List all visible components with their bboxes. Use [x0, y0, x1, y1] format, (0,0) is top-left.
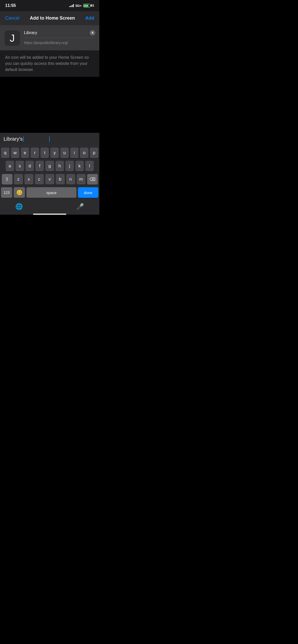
key-q[interactable]: q: [1, 148, 9, 158]
key-j[interactable]: j: [65, 161, 74, 171]
title-field-row: ✕: [24, 30, 95, 38]
title-input[interactable]: [24, 30, 90, 35]
home-bar: [33, 214, 66, 215]
shift-key[interactable]: ⇧: [2, 174, 12, 185]
key-f[interactable]: f: [35, 161, 44, 171]
home-indicator: [0, 212, 99, 215]
cancel-button[interactable]: Cancel: [5, 16, 19, 21]
key-c[interactable]: c: [35, 174, 44, 185]
clear-title-button[interactable]: ✕: [90, 30, 95, 36]
keyboard-row-1: q w e r t y u i o p: [1, 148, 98, 158]
key-e[interactable]: e: [21, 148, 29, 158]
key-o[interactable]: o: [80, 148, 88, 158]
keyboard-row-2: a s d f g h j k l: [1, 161, 98, 171]
key-t[interactable]: t: [40, 148, 49, 158]
key-w[interactable]: w: [11, 148, 19, 158]
key-n[interactable]: n: [66, 174, 75, 185]
key-k[interactable]: k: [75, 161, 84, 171]
key-a[interactable]: a: [6, 161, 14, 171]
keyboard: q w e r t y u i o p a s d f g h j k l ⇧ …: [0, 145, 99, 201]
content-card: J ✕ https://jaxpubliclibrary.org/: [0, 25, 99, 50]
shift-icon: ⇧: [5, 177, 9, 182]
clear-icon: ✕: [91, 31, 94, 34]
backspace-key[interactable]: ⌫: [87, 174, 98, 185]
app-icon: J: [4, 30, 20, 46]
key-b[interactable]: b: [56, 174, 65, 185]
key-l[interactable]: l: [85, 161, 94, 171]
key-r[interactable]: r: [31, 148, 39, 158]
mic-icon[interactable]: 🎤: [76, 203, 84, 210]
nav-bar: Cancel Add to Home Screen Add: [0, 11, 99, 25]
globe-icon[interactable]: 🌐: [15, 203, 23, 210]
emoji-key[interactable]: 😊: [14, 187, 25, 198]
typed-text: Library's: [4, 136, 23, 142]
key-u[interactable]: u: [60, 148, 69, 158]
text-cursor: [23, 136, 24, 142]
page-title: Add to Home Screen: [30, 16, 75, 21]
description-area: An icon will be added to your Home Scree…: [0, 50, 99, 77]
dark-area: [0, 77, 99, 133]
key-d[interactable]: d: [25, 161, 34, 171]
keyboard-row-3: ⇧ z x c v b n m ⌫: [1, 174, 98, 185]
app-icon-letter: J: [10, 33, 15, 43]
key-v[interactable]: v: [45, 174, 54, 185]
key-x[interactable]: x: [24, 174, 33, 185]
space-key[interactable]: space: [26, 187, 76, 198]
status-bar: 11:55 5G+ 81: [0, 0, 99, 11]
bottom-bar: 🌐 🎤: [0, 201, 99, 212]
key-y[interactable]: y: [50, 148, 59, 158]
cursor-end: [49, 136, 50, 142]
network-label: 5G+: [75, 4, 82, 8]
status-time: 11:55: [5, 3, 16, 8]
keyboard-text-display: Library's: [4, 136, 96, 142]
key-m[interactable]: m: [77, 174, 86, 185]
battery-icon: 81: [83, 4, 94, 7]
description-text: An icon will be added to your Home Scree…: [5, 54, 94, 73]
key-i[interactable]: i: [70, 148, 79, 158]
keyboard-row-bottom: 123 😊 space done: [1, 187, 98, 198]
fields-container: ✕ https://jaxpubliclibrary.org/: [24, 30, 95, 45]
numbers-key[interactable]: 123: [1, 187, 12, 198]
status-icons: 5G+ 81: [69, 4, 94, 8]
key-g[interactable]: g: [45, 161, 54, 171]
key-p[interactable]: p: [90, 148, 98, 158]
signal-bars-icon: [69, 4, 74, 7]
key-h[interactable]: h: [56, 161, 64, 171]
key-z[interactable]: z: [14, 174, 23, 185]
battery-percent: 81: [91, 4, 94, 7]
keyboard-input-area: Library's: [0, 133, 99, 145]
add-button[interactable]: Add: [85, 16, 94, 21]
done-key[interactable]: done: [78, 187, 98, 198]
key-s[interactable]: s: [16, 161, 24, 171]
url-display: https://jaxpubliclibrary.org/: [24, 40, 95, 45]
